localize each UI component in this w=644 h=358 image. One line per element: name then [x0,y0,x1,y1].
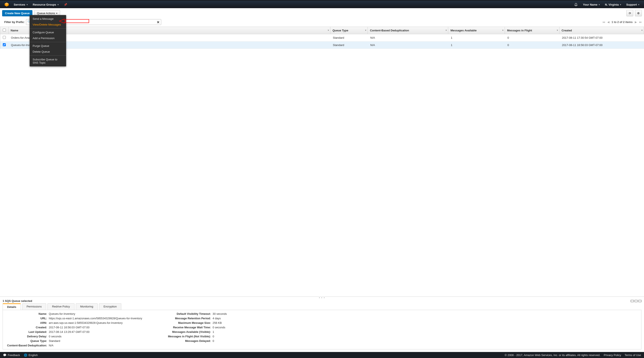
refresh-button[interactable]: ⟳ [626,10,633,16]
settings-button[interactable]: ⚙ [635,10,642,16]
pager-first-icon[interactable]: ⏮ [602,21,605,24]
col-avail-label: Messages Available [450,29,476,32]
col-inflight-label: Messages in Flight [507,29,532,32]
chevron-down-icon: ▾ [58,4,58,6]
nav-region[interactable]: N. Virginia▾ [602,1,624,9]
nav-resource-groups-label: Resource Groups [33,3,56,6]
gear-icon: ⚙ [637,12,640,15]
row-checkbox[interactable] [3,43,6,46]
clear-filter-icon[interactable]: ✕ [157,20,160,24]
notifications-icon[interactable] [572,1,580,9]
sort-icon: ▾ [642,29,642,31]
cell-dedup: N/A [368,34,448,42]
nav-account-label: Your Name [583,3,598,6]
nav-region-label: N. Virginia [605,3,619,6]
col-created[interactable]: Created▾ [559,27,644,34]
menu-add-permission[interactable]: Add a Permission [30,35,66,41]
filter-bar: Filter by Prefix: 🔍 ✕ ⏮ ◀ 1 to 2 of 2 it… [0,18,644,27]
sort-icon: ▾ [365,29,366,31]
aws-logo[interactable] [4,2,10,7]
cell-type: Standard [330,42,368,49]
cell-inflight: 0 [505,42,560,49]
cell-avail: 1 [448,34,505,42]
pager-prev-icon[interactable]: ◀ [607,21,610,24]
col-dedup-label: Content-Based Deduplication [370,29,409,32]
create-queue-button[interactable]: Create New Queue [2,10,32,16]
nav-support-label: Support [626,3,637,6]
select-all-checkbox[interactable] [3,29,6,32]
sort-icon: ▾ [502,29,504,31]
col-created-label: Created [562,29,572,32]
menu-purge-queue[interactable]: Purge Queue [30,43,66,49]
cell-created: 2017-08-11 17:30:54 GMT-07:00 [559,34,644,42]
action-toolbar: Create New Queue Queue Actions▾ ⟳ ⚙ [0,8,644,18]
queue-actions-label: Queue Actions [37,12,55,15]
table-row[interactable]: Orders-for-Analytics Standard N/A 1 0 20… [0,34,644,42]
menu-separator [30,28,66,29]
nav-services-label: Services [14,3,25,6]
chevron-down-icon: ▾ [620,4,621,6]
menu-configure-queue[interactable]: Configure Queue [30,30,66,35]
pin-icon[interactable]: 📌 [61,1,70,9]
cell-dedup: N/A [368,42,448,49]
chevron-down-icon: ▾ [599,4,600,6]
menu-view-delete-messages[interactable]: View/Delete Messages [30,22,66,28]
refresh-icon: ⟳ [629,12,631,15]
pager: ⏮ ◀ 1 to 2 of 2 items ▶ ⏭ [602,21,642,24]
filter-label: Filter by Prefix: [4,21,25,24]
row-checkbox[interactable] [3,36,6,39]
cell-avail: 1 [448,42,505,49]
cell-inflight: 0 [505,34,560,42]
nav-account[interactable]: Your Name▾ [580,1,602,9]
col-name-label: Name [11,29,18,32]
chevron-down-icon: ▾ [638,4,639,6]
nav-resource-groups[interactable]: Resource Groups▾ [30,1,61,9]
global-nav: Services▾ Resource Groups▾ 📌 Your Name▾ … [0,0,644,8]
col-dedup[interactable]: Content-Based Deduplication▾ [368,27,448,34]
sort-icon: ▾ [557,29,558,31]
col-type-label: Queue Type [332,29,348,32]
col-inflight[interactable]: Messages in Flight▾ [505,27,560,34]
menu-separator [30,42,66,42]
sort-icon: ▾ [328,29,329,31]
col-type[interactable]: Queue Type▾ [330,27,368,34]
queue-actions-menu: Send a Message View/Delete Messages Conf… [30,15,66,49]
nav-support[interactable]: Support▾ [624,1,642,9]
pager-last-icon[interactable]: ⏭ [639,21,642,24]
menu-send-message[interactable]: Send a Message [30,16,66,22]
table-row[interactable]: Queues-for-Inventory Standard N/A 1 0 20… [0,42,644,49]
col-avail[interactable]: Messages Available▾ [448,27,505,34]
chevron-down-icon: ▾ [26,4,28,6]
queues-table: Name▾ Queue Type▾ Content-Based Deduplic… [0,27,644,49]
pager-next-icon[interactable]: ▶ [635,21,637,24]
chevron-down-icon: ▾ [56,12,57,15]
sort-icon: ▾ [446,29,447,31]
cell-type: Standard [330,34,368,42]
col-select-all[interactable] [0,27,8,34]
pager-text: 1 to 2 of 2 items [612,21,632,24]
nav-services[interactable]: Services▾ [11,1,30,9]
cell-created: 2017-08-11 16:56:03 GMT-07:00 [559,42,644,49]
